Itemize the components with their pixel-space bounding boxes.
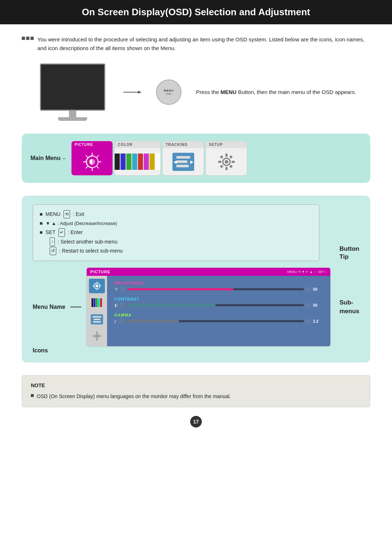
osd-brightness-value: 50 bbox=[313, 287, 323, 291]
osd-brightness-plus: + bbox=[306, 287, 311, 291]
osd-setting-brightness: BRIGHTNESS ☀ − + 50 bbox=[114, 281, 323, 292]
osd-sidebar-icon-setup bbox=[89, 329, 105, 343]
press-text-bold: MENU bbox=[221, 89, 237, 95]
osd-contrast-fill bbox=[127, 304, 216, 306]
tip-menu-icon: ⟲ bbox=[64, 210, 70, 219]
svg-rect-33 bbox=[99, 335, 101, 336]
tip-row-menu: ■ MENU ⟲ : Exit bbox=[40, 210, 313, 219]
osd-gamma-icon: γ bbox=[114, 319, 117, 324]
page-number-section: 17 bbox=[22, 416, 370, 427]
osd-brightness-minus: − bbox=[121, 287, 125, 291]
tracking-left-arrow: ◀ bbox=[173, 159, 176, 164]
osd-sidebar-icon-tracking bbox=[89, 312, 105, 327]
osd-top-bar: PICTURE MENU ⟲ ▼ ↵ ▲ ↔ SET ↕ bbox=[87, 268, 330, 276]
osd-contrast-value: 50 bbox=[313, 303, 323, 307]
tip-menu-exit: : Exit bbox=[73, 210, 84, 219]
svg-rect-19 bbox=[229, 155, 233, 159]
osd-contrast-track[interactable] bbox=[127, 304, 305, 307]
tab-picture[interactable]: PICTURE bbox=[71, 141, 113, 176]
tip-arrows-text: ▼ ▲ : Adjust (Decrease/Increase) bbox=[45, 219, 117, 228]
svg-rect-32 bbox=[93, 335, 94, 336]
monitor-illustration bbox=[36, 64, 109, 121]
tab-setup[interactable]: SETUP bbox=[205, 141, 247, 176]
tracking-line-1 bbox=[176, 156, 190, 159]
osd-controls-text: MENU ⟲ ▼ ↵ ▲ ↔ SET ↕ bbox=[287, 270, 327, 274]
monitor-section: MENU VOL Press the MENU Button, then the… bbox=[22, 64, 370, 121]
osd-brightness-slider-row: ☀ − + 50 bbox=[114, 287, 323, 292]
svg-rect-14 bbox=[225, 154, 228, 157]
svg-rect-18 bbox=[220, 155, 224, 159]
svg-rect-17 bbox=[232, 161, 235, 163]
tip-sub1-text: : Select another sub-menu bbox=[58, 237, 117, 246]
osd-gamma-track[interactable] bbox=[125, 320, 305, 323]
osd-panel: PICTURE MENU ⟲ ▼ ↵ ▲ ↔ SET ↕ bbox=[86, 267, 331, 347]
osd-sidebar bbox=[87, 276, 107, 346]
intro-text: You were introduced to the procedure of … bbox=[37, 35, 370, 53]
tip-row-sub2: ↺ : Restart to select sub-menu bbox=[40, 246, 313, 255]
arrow-icon bbox=[123, 89, 142, 96]
tab-tracking[interactable]: TRACKING ◀ ▶ bbox=[162, 141, 204, 176]
svg-rect-31 bbox=[96, 339, 97, 340]
osd-gear-icon bbox=[92, 331, 102, 341]
osd-brightness-track[interactable] bbox=[127, 288, 305, 291]
osd-picture-icon bbox=[92, 281, 102, 291]
bullet-sq-1 bbox=[22, 37, 25, 40]
gear-icon-svg bbox=[217, 152, 236, 172]
osd-tracking-line-2 bbox=[94, 319, 100, 320]
osd-gamma-plus: + bbox=[306, 319, 311, 323]
page-header: On Screen Display(OSD) Selection and Adj… bbox=[0, 0, 392, 24]
bullet-sq-2 bbox=[26, 37, 29, 40]
tab-color[interactable]: COLOR bbox=[114, 141, 161, 176]
submenu-box: ■ MENU ⟲ : Exit ■ ▼ ▲ : Adjust (Decrease… bbox=[22, 196, 370, 363]
osd-controls: MENU ⟲ ▼ ↵ ▲ ↔ SET ↕ bbox=[287, 270, 327, 274]
tip-row-arrows: ■ ▼ ▲ : Adjust (Decrease/Increase) bbox=[40, 219, 313, 228]
submenus-label: Sub- menus bbox=[336, 298, 359, 316]
menu-button-label-bottom: VOL bbox=[166, 92, 172, 95]
svg-point-13 bbox=[225, 160, 228, 164]
svg-line-8 bbox=[86, 155, 88, 157]
tip-sub1-icon: ↓ bbox=[50, 237, 55, 246]
osd-color-bars-small bbox=[91, 298, 102, 307]
osd-brightness-label: BRIGHTNESS bbox=[114, 281, 323, 285]
svg-rect-20 bbox=[220, 164, 224, 168]
press-text-before: Press the bbox=[196, 89, 221, 95]
tab-picture-icon bbox=[72, 148, 113, 175]
tip-bullet-3: ■ bbox=[40, 228, 42, 237]
osd-contrast-plus: + bbox=[306, 303, 311, 307]
osd-tracking-small bbox=[91, 314, 103, 324]
osd-brightness-icon: ☀ bbox=[114, 287, 118, 292]
tip-set-icon: ↵ bbox=[58, 228, 65, 237]
svg-line-11 bbox=[97, 166, 99, 168]
tip-sub2-text: : Restart to select sub-menu bbox=[59, 246, 123, 255]
tracking-line-3 bbox=[176, 165, 189, 167]
press-text: Press the MENU Button, then the main men… bbox=[196, 87, 356, 97]
svg-point-29 bbox=[96, 335, 98, 337]
osd-gamma-slider-row: γ − + 2.2 bbox=[114, 319, 323, 324]
svg-rect-15 bbox=[225, 167, 228, 170]
osd-tracking-line-1 bbox=[93, 316, 101, 318]
tip-set-text: SET bbox=[45, 228, 55, 237]
note-row: OSD (On Screen Display) menu languages o… bbox=[31, 392, 361, 401]
osd-main: BRIGHTNESS ☀ − + 50 bbox=[107, 276, 330, 346]
svg-marker-1 bbox=[138, 91, 142, 94]
tip-row-set: ■ SET ↵ : Enter bbox=[40, 228, 313, 237]
press-text-after: Button, then the main menu of the OSD ap… bbox=[237, 89, 356, 95]
osd-contrast-label: CONTRAST bbox=[114, 297, 323, 301]
osd-body: BRIGHTNESS ☀ − + 50 bbox=[87, 276, 330, 346]
osd-gamma-value: 2.2 bbox=[313, 319, 323, 323]
tip-menu-text: MENU bbox=[45, 210, 60, 219]
osd-gamma-label: GAMMA bbox=[114, 313, 323, 317]
tab-setup-header: SETUP bbox=[206, 141, 247, 148]
menu-button-label-top: MENU bbox=[164, 89, 174, 92]
color-bars bbox=[115, 154, 160, 170]
note-title: NOTE bbox=[31, 381, 361, 390]
osd-sidebar-icon-color bbox=[89, 295, 105, 310]
tracking-lines bbox=[176, 156, 190, 167]
tracking-line-2 bbox=[176, 160, 187, 163]
bullet-squares bbox=[22, 37, 34, 40]
svg-rect-21 bbox=[229, 164, 233, 168]
osd-sidebar-icon-picture bbox=[89, 279, 105, 293]
intro-section: You were introduced to the procedure of … bbox=[22, 35, 370, 53]
tracking-right-arrow: ▶ bbox=[190, 159, 193, 164]
tab-setup-icon bbox=[206, 148, 247, 175]
